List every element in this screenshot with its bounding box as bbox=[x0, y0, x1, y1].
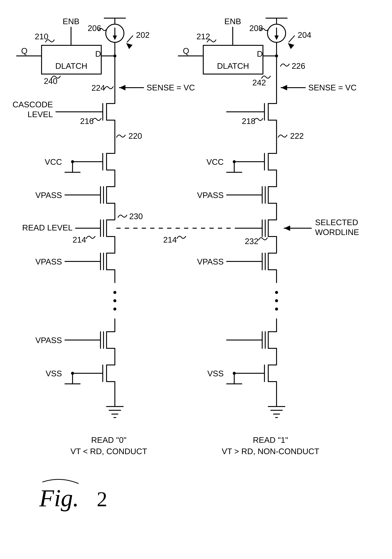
cell-selected-left bbox=[94, 216, 115, 240]
ref-212: 212 bbox=[196, 32, 210, 41]
ref-242: 242 bbox=[252, 78, 266, 87]
ref-232: 232 bbox=[245, 237, 258, 246]
read0-sub: VT < RD, CONDUCT bbox=[70, 447, 147, 456]
vss-left: VSS bbox=[46, 369, 62, 378]
ref-210: 210 bbox=[35, 32, 48, 41]
fig-num: 2 bbox=[97, 487, 107, 511]
vcc-right: VCC bbox=[206, 157, 224, 166]
vpass1-left: VPASS bbox=[35, 191, 62, 200]
ref-214b: 214 bbox=[163, 235, 177, 244]
vss-right: VSS bbox=[207, 369, 224, 378]
cell-selected-right bbox=[255, 216, 277, 240]
cascode-nmos-right bbox=[255, 100, 277, 124]
ref-224: 224 bbox=[92, 83, 105, 92]
ref-226: 226 bbox=[292, 61, 305, 70]
ref-230: 230 bbox=[129, 212, 143, 221]
cascode-label: CASCODE bbox=[13, 100, 53, 109]
latch-d-right: D bbox=[257, 49, 263, 58]
vdots-right bbox=[275, 291, 278, 311]
ref-206: 206 bbox=[88, 24, 101, 33]
gnd-left bbox=[107, 401, 123, 418]
sg-top-left bbox=[94, 150, 115, 174]
ref-204: 204 bbox=[298, 30, 311, 39]
ref-220: 220 bbox=[129, 131, 142, 140]
sense-left: SENSE = VC bbox=[147, 83, 195, 92]
selected-label: SELECTED bbox=[315, 218, 358, 227]
vpass3-left: VPASS bbox=[35, 336, 62, 345]
latch-d-left: D bbox=[95, 49, 101, 58]
gnd-right bbox=[268, 401, 285, 418]
cell-vpass-bot-right bbox=[255, 328, 277, 352]
ref-222: 222 bbox=[290, 131, 304, 140]
vcc-left: VCC bbox=[45, 157, 62, 166]
vpass2-right: VPASS bbox=[197, 257, 224, 266]
read1-sub: VT > RD, NON-CONDUCT bbox=[222, 447, 319, 456]
sg-bot-right bbox=[255, 361, 277, 385]
q-label-right: Q bbox=[183, 46, 189, 55]
ref-240: 240 bbox=[44, 76, 57, 85]
cell-vpass-top-left bbox=[94, 183, 115, 207]
enb-label-left: ENB bbox=[63, 17, 79, 26]
ref-208: 208 bbox=[249, 24, 263, 33]
cell-vpass2-left bbox=[94, 249, 115, 273]
fig-label: Fig. bbox=[39, 485, 79, 512]
ref-218: 218 bbox=[242, 117, 255, 126]
read1-title: READ "1" bbox=[253, 435, 288, 445]
sg-top-right bbox=[255, 150, 277, 174]
cell-vpass2-right bbox=[255, 249, 277, 273]
current-source-right bbox=[268, 24, 286, 42]
level-label: LEVEL bbox=[28, 110, 53, 119]
q-label-left: Q bbox=[21, 46, 28, 55]
cell-vpass-top-right bbox=[255, 183, 277, 207]
current-source-left bbox=[106, 24, 124, 42]
sg-bot-left bbox=[94, 361, 115, 385]
dlatch-label-left: DLATCH bbox=[55, 61, 87, 70]
cascode-nmos-left bbox=[94, 100, 115, 124]
ref-216: 216 bbox=[80, 117, 94, 126]
dlatch-label-right: DLATCH bbox=[217, 61, 249, 70]
enb-label-right: ENB bbox=[224, 17, 241, 26]
ref-214a: 214 bbox=[73, 235, 86, 244]
vdots-left bbox=[113, 291, 116, 311]
read0-title: READ "0" bbox=[91, 435, 126, 445]
ref-202: 202 bbox=[136, 30, 149, 39]
readlevel-left: READ LEVEL bbox=[22, 223, 73, 232]
vpass2-left: VPASS bbox=[35, 257, 62, 266]
vpass1-right: VPASS bbox=[197, 191, 224, 200]
cell-vpass-bot-left bbox=[94, 328, 115, 352]
sense-right: SENSE = VC bbox=[308, 83, 357, 92]
wordline-label: WORDLINE bbox=[315, 228, 359, 237]
